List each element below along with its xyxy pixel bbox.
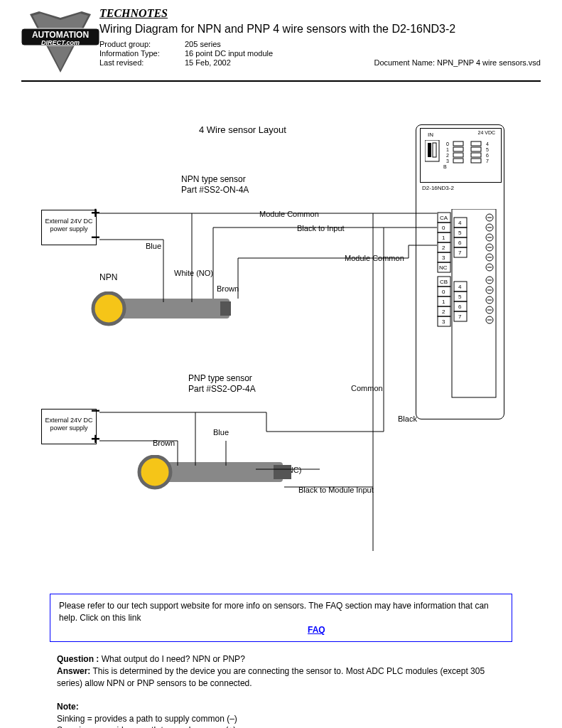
technotes-heading: TECHNOTES xyxy=(99,7,541,20)
answer-label: Answer: xyxy=(57,666,90,676)
faq-link[interactable]: FAQ xyxy=(308,625,325,635)
doc-name: Document Name: NPN_PNP 4 wire sensors.vs… xyxy=(374,58,541,67)
page-title: Wiring Diagram for NPN and PNP 4 wire se… xyxy=(99,23,541,36)
wiring-diagram: 4 Wire sensor Layout IN 24 VDC 01 23 45 … xyxy=(0,89,562,579)
answer-text: This is determined by the device you are… xyxy=(57,666,485,688)
note-section: Note: Sinking = provides a path to suppl… xyxy=(57,701,505,728)
meta-label-product-group: Product group: xyxy=(99,40,185,48)
question-label: Question : xyxy=(57,654,99,664)
note-line1: Sinking = provides a path to supply comm… xyxy=(57,714,237,724)
qa-section: Question : What output do I need? NPN or… xyxy=(57,653,505,689)
logo-text-sub: DIRECT.com xyxy=(41,39,80,46)
meta-label-last-revised: Last revised: xyxy=(99,58,185,67)
meta-label-info-type: Information Type: xyxy=(99,49,185,58)
faq-text: Please refer to our tech support website… xyxy=(59,601,489,623)
faq-box: Please refer to our tech support website… xyxy=(50,594,512,642)
logo: AUTOMATION DIRECT.com xyxy=(21,7,99,77)
wiring-lines-pnp xyxy=(0,89,562,579)
note-line2: Sourcing = provides a path to supply sou… xyxy=(57,725,236,728)
logo-text-main: AUTOMATION xyxy=(32,30,89,40)
question-text: What output do I need? NPN or PNP? xyxy=(102,654,245,664)
meta-value-info-type: 16 point DC input module xyxy=(185,49,374,58)
note-label: Note: xyxy=(57,702,79,712)
meta-value-last-revised: 15 Feb, 2002 xyxy=(185,58,374,67)
meta-value-product-group: 205 series xyxy=(185,40,374,48)
